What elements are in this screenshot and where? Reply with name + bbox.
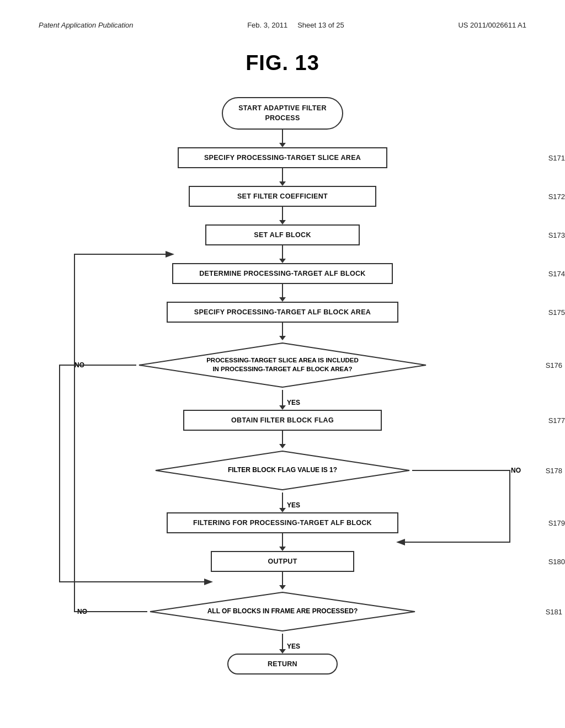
step-s181: S181 [546,608,562,616]
label-s173: SET ALF BLOCK [254,231,311,239]
start-row: START ADAPTIVE FILTER PROCESS [33,97,532,130]
shape-s171: SPECIFY PROCESSING-TARGET SLICE AREA [178,147,387,168]
arrow-s176-yes: YES [33,390,532,410]
start-shape: START ADAPTIVE FILTER PROCESS [222,97,343,130]
step-s172: S172 [548,192,565,201]
shape-s177: OBTAIN FILTER BLOCK FLAG [183,410,382,431]
row-s180: OUTPUT S180 [33,551,532,572]
arrow-head [279,297,286,302]
row-s175: SPECIFY PROCESSING-TARGET ALF BLOCK AREA… [33,302,532,323]
row-s181: ALL OF BLOCKS IN FRAME ARE PROCESSED? NO… [33,590,532,634]
header-date-sheet: Feb. 3, 2011 Sheet 13 of 25 [247,21,344,29]
arrow-line [282,284,283,297]
arrow-5 [279,323,286,340]
yes-label-s176: YES [287,399,300,406]
arrow-head [279,336,286,340]
arrow-line [282,323,283,336]
arrow-2 [279,207,286,224]
header-publication: Patent Application Publication [39,21,134,29]
row-s179: FILTERING FOR PROCESSING-TARGET ALF BLOC… [33,512,532,533]
page: Patent Application Publication Feb. 3, 2… [0,0,565,728]
diamond-text-s181: ALL OF BLOCKS IN FRAME ARE PROCESSED? [207,607,358,616]
return-shape: RETURN [227,654,338,675]
arrow-head [279,508,286,512]
arrow-line [282,493,283,508]
step-s177: S177 [548,416,565,425]
label-s179: FILTERING FOR PROCESSING-TARGET ALF BLOC… [193,519,372,527]
arrow-1 [279,168,286,186]
arrow-line [282,245,283,259]
diamond-text-s178: FILTER BLOCK FLAG VALUE IS 1? [228,466,337,475]
shape-s179: FILTERING FOR PROCESSING-TARGET ALF BLOC… [167,512,398,533]
label-s171: SPECIFY PROCESSING-TARGET SLICE AREA [204,154,361,162]
flowchart: START ADAPTIVE FILTER PROCESS SPECIFY PR… [22,97,543,675]
header-patent: US 2011/0026611 A1 [458,21,526,29]
arrow-head [279,649,286,654]
arrow-line [282,634,283,649]
arrow-head [279,259,286,263]
row-s176: PROCESSING-TARGET SLICE AREA IS INCLUDED… [33,340,532,390]
step-s180: S180 [548,558,565,566]
label-s177: OBTAIN FILTER BLOCK FLAG [231,416,334,424]
row-s171: SPECIFY PROCESSING-TARGET SLICE AREA S17… [33,147,532,168]
shape-s172: SET FILTER COEFFICIENT [189,186,376,207]
step-s175: S175 [548,308,565,317]
arrow-3 [279,245,286,263]
row-s178: FILTER BLOCK FLAG VALUE IS 1? NO S178 [33,448,532,493]
step-s171: S171 [548,154,565,162]
shape-s173: SET ALF BLOCK [205,224,360,245]
label-s175: SPECIFY PROCESSING-TARGET ALF BLOCK AREA [194,308,371,316]
arrow-head [279,444,286,448]
arrow-4 [279,284,286,302]
arrow-6 [279,431,286,448]
step-s174: S174 [548,270,565,278]
header: Patent Application Publication Feb. 3, 2… [22,11,543,35]
arrow-0 [279,130,286,147]
no-label-s178: NO [511,467,521,474]
arrow-head [279,547,286,551]
arrow-line [282,533,283,547]
arrow-head [279,220,286,224]
shape-s180: OUTPUT [211,551,354,572]
arrow-head [279,585,286,590]
row-s177: OBTAIN FILTER BLOCK FLAG S177 [33,410,532,431]
row-s172: SET FILTER COEFFICIENT S172 [33,186,532,207]
label-s180: OUTPUT [268,558,297,565]
arrow-line [282,572,283,585]
header-date: Feb. 3, 2011 [247,21,287,29]
shape-s178: FILTER BLOCK FLAG VALUE IS 1? [153,448,412,493]
label-s174: DETERMINE PROCESSING-TARGET ALF BLOCK [199,270,365,277]
no-label-s181: NO [77,608,87,615]
step-s179: S179 [548,519,565,527]
shape-s175: SPECIFY PROCESSING-TARGET ALF BLOCK AREA [167,302,398,323]
yes-label-s178: YES [287,501,300,509]
diamond-text-s176: PROCESSING-TARGET SLICE AREA IS INCLUDED… [206,356,359,373]
arrow-7 [279,533,286,551]
row-s174: DETERMINE PROCESSING-TARGET ALF BLOCK S1… [33,263,532,284]
shape-s176: PROCESSING-TARGET SLICE AREA IS INCLUDED… [136,340,429,390]
shape-s181: ALL OF BLOCKS IN FRAME ARE PROCESSED? [147,590,418,634]
yes-label-s181: YES [287,643,300,650]
shape-s174: DETERMINE PROCESSING-TARGET ALF BLOCK [172,263,393,284]
arrow-8 [279,572,286,590]
arrow-head [279,181,286,186]
arrow-head [279,143,286,147]
row-s173: SET ALF BLOCK S173 [33,224,532,245]
return-label: RETURN [268,660,297,668]
no-label-s176: NO [74,361,84,369]
label-s172: SET FILTER COEFFICIENT [237,192,328,200]
return-row: RETURN [33,654,532,675]
step-s178: S178 [546,467,562,475]
start-label: START ADAPTIVE FILTER PROCESS [238,104,327,123]
header-sheet: Sheet 13 of 25 [297,21,344,29]
arrow-line [282,207,283,220]
arrow-s178-yes: YES [33,493,532,512]
arrow-line [282,130,283,143]
arrow-line [282,431,283,444]
arrow-line [282,390,283,405]
figure-title: FIG. 13 [22,51,543,75]
step-s173: S173 [548,231,565,239]
step-s176: S176 [546,361,562,370]
arrow-s181-yes: YES [33,634,532,654]
arrow-head [279,405,286,410]
